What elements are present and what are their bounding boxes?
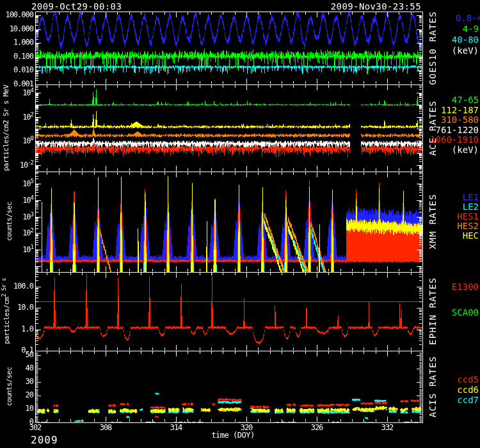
y-axis-unit-label-xmm: counts/sec — [6, 202, 13, 241]
legend-0-8-4: 0.8-4 — [456, 13, 480, 22]
plot-canvas — [0, 0, 480, 448]
y-tick-label: 0 — [1, 418, 33, 426]
legend-hec: HEC — [463, 231, 479, 240]
legend-ccd7: ccd7 — [457, 396, 479, 404]
legend-47-65: 47-65 — [452, 95, 479, 104]
panel-title-ephin: EPHIN RATES — [428, 277, 437, 345]
x-tick-label: 320 — [241, 424, 253, 431]
panel-title-xmm: XMM RATES — [428, 194, 437, 250]
legend-hes2: HES2 — [457, 221, 479, 230]
legend-1060-1910: 1060-1910 — [430, 135, 479, 144]
legend-ccd5: ccd5 — [457, 375, 479, 384]
y-axis-unit-label-ephin: particles/cm2 Sr s — [1, 278, 10, 344]
y-tick-label: 0.010 — [1, 67, 33, 74]
legend-112-187: 112-187 — [441, 106, 479, 115]
legend-le2: LE2 — [463, 202, 479, 211]
legend-hes1: HES1 — [457, 212, 479, 221]
panel-title-acis: ACIS RATES — [428, 356, 437, 417]
legend-le1: LE1 — [463, 193, 479, 202]
radiation-environment-plot: 2009-Oct29-00:03 2009-Nov30-23:55 time (… — [0, 0, 480, 448]
panel-title-goes: GOES10 RATES — [428, 11, 437, 85]
legend--kev-: (keV) — [452, 46, 479, 55]
start-date-label: 2009-Oct29-00:03 — [31, 2, 122, 11]
x-tick-label: 326 — [311, 424, 323, 431]
x-tick-label: 308 — [100, 424, 112, 431]
legend-e1300: E1300 — [452, 282, 479, 291]
legend-ccd6: ccd6 — [457, 385, 479, 394]
y-tick-label: 1.000 — [1, 39, 33, 47]
y-tick-label: 10.000 — [1, 25, 33, 33]
legend-40-80: 40-80 — [452, 35, 479, 44]
legend-761-1220: 761-1220 — [436, 125, 479, 134]
y-tick-label: 50 — [1, 351, 33, 358]
year-label: 2009 — [31, 435, 58, 445]
legend-sca00: SCA00 — [452, 308, 479, 317]
y-tick-label: 101 — [1, 244, 33, 253]
y-axis-unit-label-ace: particles/cm2 Sr s MeV — [3, 85, 10, 172]
legend--kev-: (keV) — [452, 145, 479, 154]
end-date-label: 2009-Nov30-23:55 — [331, 2, 421, 11]
y-tick-label: 100.000 — [1, 11, 33, 19]
legend-4-9: 4-9 — [463, 24, 479, 33]
y-tick-label: 105 — [1, 179, 33, 188]
x-tick-label: 314 — [170, 424, 182, 431]
y-tick-label: 0.100 — [1, 52, 33, 60]
legend-310-580: 310-580 — [441, 115, 479, 124]
y-axis-unit-label-acis: counts/sec — [6, 367, 13, 406]
x-axis-title: time (DOY) — [211, 431, 254, 439]
x-tick-label: 332 — [381, 424, 394, 431]
